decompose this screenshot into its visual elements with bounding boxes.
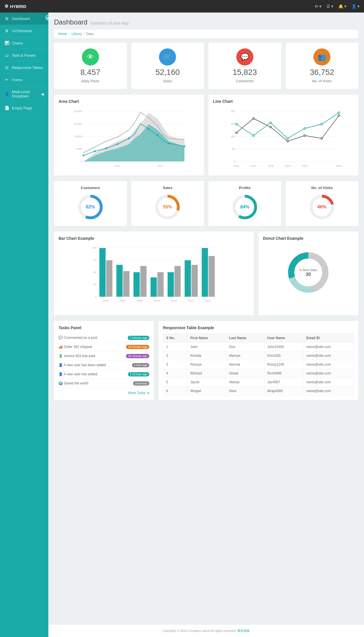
svg-rect-88	[208, 256, 215, 297]
donut-card-sales: Sales 55%	[131, 181, 204, 226]
donut-label-0: Customers	[81, 186, 100, 190]
stat-card-0: 👁 8,457 Daily Visits	[54, 43, 127, 89]
stat-card-2: 💬 15,823 Comments	[208, 43, 281, 89]
task-badge-1: 16 minutes ago	[126, 345, 149, 349]
sidebar-item-forms[interactable]: ✏ Forms	[0, 74, 48, 86]
sidebar-item-tables[interactable]: ⊟ Responsive Tables	[0, 62, 48, 74]
email-icon[interactable]: ✉ ▾	[315, 4, 321, 9]
empty-icon: 📄	[5, 106, 9, 110]
breadcrumb-sep1: /	[69, 32, 70, 36]
svg-text:0: 0	[95, 295, 96, 298]
table-cell: 5	[163, 378, 187, 387]
bar-chart-svg: 100 75 50 25 0	[59, 244, 249, 310]
brand-icon: ⚙	[5, 4, 8, 9]
line-chart-title: Line Chart	[213, 99, 354, 104]
more-tasks-link[interactable]: More Tasks ➜	[59, 391, 149, 395]
svg-point-15	[117, 143, 119, 145]
sidebar-item-dashboard[interactable]: ⊞ Dashboard	[0, 13, 48, 25]
svg-text:15,000: 15,000	[74, 135, 82, 138]
user-icon[interactable]: 👤 ▾	[351, 4, 359, 9]
table-cell: John15482	[264, 343, 303, 351]
svg-rect-86	[191, 265, 198, 297]
svg-point-18	[157, 134, 158, 136]
sidebar-item-multilevel[interactable]: 👤 Multi-Level Dropdown ◀	[0, 86, 48, 102]
responsive-table: S No. First Name Last Name User Name Ema…	[163, 333, 354, 396]
table-cell: Rich5685	[264, 369, 303, 378]
sidebar-item-tabs[interactable]: 🗂 Tabs & Panels	[0, 49, 48, 62]
task-text-2: 💲 Invoice 653 has paid	[59, 354, 95, 358]
table-cell: Marriye	[226, 351, 264, 360]
stat-icon-1: 🛒	[159, 48, 176, 65]
bell-icon[interactable]: 🔔 ▾	[338, 4, 346, 9]
svg-point-45	[321, 138, 323, 139]
stat-card-1: 🛒 52,160 Sales	[131, 43, 204, 89]
svg-text:2006: 2006	[103, 299, 108, 302]
table-cell: Jacob	[187, 378, 226, 387]
svg-text:2011: 2011	[188, 299, 194, 302]
donut-card-customers: Customers 82%	[54, 181, 127, 226]
tabs-icon: 🗂	[5, 53, 9, 58]
task-text-4: 👤 A new user has added	[59, 372, 97, 376]
donut-card-visits: No. of Visits 46%	[286, 181, 359, 226]
task-item-4: 👤 A new user has added 1.23 hour ago	[59, 370, 149, 379]
svg-text:30: 30	[306, 272, 311, 277]
th-firstname: First Name	[187, 334, 226, 343]
menu-icon[interactable]: ☰ ▾	[326, 4, 333, 9]
stat-icon-0: 👁	[82, 48, 99, 65]
table-cell: Dere	[226, 387, 264, 396]
th-email: Email ID.	[303, 334, 353, 343]
sidebar-label-tabs: Tabs & Panels	[12, 53, 36, 58]
donut-chart2-title: Donut Chart Example	[263, 236, 354, 241]
table-cell: name@site.com	[303, 351, 353, 360]
sidebar-item-ui-elements[interactable]: 🖥 UI Elements	[0, 25, 48, 37]
stat-value-0: 8,457	[80, 68, 100, 77]
svg-text:2008: 2008	[137, 299, 142, 302]
page-title-row: Dashboard Summary of your App	[54, 18, 358, 26]
table-cell: name@site.com	[303, 360, 353, 369]
table-row: 1JohnDoeJohn15482name@site.com	[163, 343, 354, 351]
stat-cards: 👁 8,457 Daily Visits 🛒 52,160 Sales 💬 15…	[54, 43, 358, 89]
donut-svg-2: 84%	[231, 193, 259, 221]
donut-card-profits: Profits 84%	[208, 181, 281, 226]
task-badge-2: 36 minutes ago	[126, 354, 149, 358]
table-cell: 2	[163, 351, 187, 360]
svg-point-17	[148, 128, 150, 130]
svg-text:30,000: 30,000	[74, 110, 82, 113]
donut-svg-3: 46%	[308, 193, 336, 221]
task-item-0: 💬 Commented on a post 7 minutes ago	[59, 333, 149, 343]
stat-icon-3: 👥	[313, 48, 330, 65]
area-chart-svg: 30,000 22,500 15,000 7,500 0	[59, 107, 199, 170]
donut-svg-1: 55%	[153, 193, 182, 221]
multilevel-arrow: ◀	[41, 92, 44, 96]
forms-icon: ✏	[5, 77, 9, 82]
sidebar-label-ui: UI Elements	[12, 29, 32, 33]
sidebar: ▶ ⊞ Dashboard 🖥 UI Elements 📊 Charts 🗂 T…	[0, 13, 48, 637]
svg-text:2010: 2010	[171, 299, 177, 302]
footer-text: Copyright © 2016.Company name All rights…	[162, 629, 236, 632]
svg-rect-85	[185, 260, 191, 297]
footer-link[interactable]: 网页模板	[237, 629, 250, 632]
table-row: 3RossyeNermalRossy1245name@site.com	[163, 360, 354, 369]
table-cell: name@site.com	[303, 378, 353, 387]
svg-rect-83	[167, 272, 174, 297]
task-badge-5: yesterday	[133, 381, 149, 386]
svg-text:50: 50	[232, 148, 235, 150]
line-chart-card: Line Chart 200 150 100 50 0	[208, 95, 358, 175]
stat-value-1: 52,160	[155, 68, 180, 77]
page-subtitle: Summary of your App	[90, 21, 129, 25]
svg-rect-81	[150, 277, 157, 297]
svg-point-40	[236, 132, 237, 134]
svg-point-37	[304, 128, 306, 129]
table-cell: Hielsar	[226, 378, 264, 387]
sidebar-item-empty[interactable]: 📄 Empty Page	[0, 102, 48, 114]
sidebar-label-multilevel: Multi-Level Dropdown	[12, 90, 41, 98]
breadcrumb-library[interactable]: Library	[71, 32, 82, 36]
table-cell: Rossye	[187, 360, 226, 369]
svg-text:150: 150	[231, 122, 235, 125]
sidebar-item-charts[interactable]: 📊 Charts	[0, 37, 48, 49]
svg-text:2011: 2011	[115, 165, 120, 167]
table-cell: Rossy1245	[264, 360, 303, 369]
donut-cards-row: Customers 82% Sales 55% Profits 84%	[54, 181, 358, 226]
svg-text:2012: 2012	[205, 299, 211, 302]
breadcrumb-home[interactable]: Home	[58, 32, 67, 36]
